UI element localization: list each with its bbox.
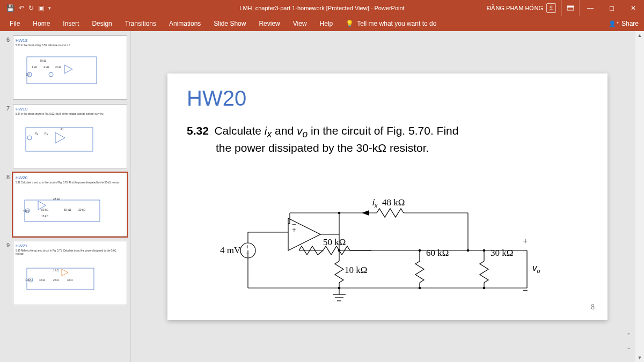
svg-point-11 [49, 72, 53, 77]
tab-view[interactable]: View [287, 16, 313, 31]
problem-number: 5.32 [187, 124, 209, 137]
next-slide-icon[interactable]: ⌄ [625, 344, 632, 351]
svg-text:10 kΩ: 10 kΩ [41, 215, 48, 218]
svg-text:R₂: R₂ [45, 132, 48, 135]
svg-text:−: − [246, 250, 250, 257]
tell-me-search[interactable]: 💡 Tell me what you want to do [339, 16, 443, 31]
svg-rect-2 [567, 6, 574, 8]
svg-point-0 [550, 6, 552, 8]
svg-text:4 kΩ: 4 kΩ [39, 278, 45, 282]
thumbnail-row-7[interactable]: 7 HW19 5.24 In the circuit shown in Fig.… [0, 102, 130, 171]
svg-marker-34 [62, 269, 68, 276]
tab-insert[interactable]: Insert [56, 16, 85, 31]
r50-label: 50 kΩ [323, 237, 346, 247]
vo-plus: + [523, 236, 528, 246]
problem-statement[interactable]: 5.32 Calculate ix and vo in the circuit … [187, 123, 588, 156]
tab-file[interactable]: File [3, 16, 26, 31]
vo-minus: − [523, 285, 528, 295]
svg-point-13 [27, 136, 32, 140]
title-bar: 💾 ↶ ↻ ▣ ▾ LMH_chapter3-part 1-homework [… [0, 0, 644, 16]
svg-text:−: − [292, 220, 296, 228]
start-from-beginning-icon[interactable]: ▣ [38, 4, 44, 12]
user-name: ĐẶNG PHẠM HỒNG [487, 5, 543, 12]
svg-text:48 kΩ: 48 kΩ [53, 197, 60, 201]
thumbnail-number: 6 [1, 35, 10, 100]
close-button[interactable]: ✕ [623, 0, 644, 16]
svg-point-72 [419, 249, 421, 252]
thumbnail-slide-8[interactable]: HW20 5.32 Calculate ix and vo in the cir… [13, 173, 127, 237]
tab-design[interactable]: Design [85, 16, 118, 31]
svg-point-71 [338, 249, 341, 252]
vertical-scrollbar[interactable]: ▲ ▼ [635, 31, 644, 362]
svg-point-76 [338, 286, 341, 289]
user-account[interactable]: ĐẶNG PHẠM HỒNG [482, 3, 561, 13]
thumb-circuit-icon: 8 kΩ 4 kΩ 4 kΩ 2 kΩ 9 V [24, 54, 99, 86]
document-title: LMH_chapter3-part 1-homework [Protected … [239, 5, 404, 11]
svg-point-78 [483, 286, 486, 289]
thumbnail-row-9[interactable]: 9 HW21 5.33 Refer to the op amp circuit … [0, 239, 130, 307]
scroll-down-icon[interactable]: ▼ [635, 353, 644, 362]
thumbnail-number: 8 [1, 173, 10, 237]
thumb-circuit-icon: 1 mA 1 kΩ 4 kΩ 2 kΩ 3 kΩ [24, 264, 99, 294]
thumbnail-slide-6[interactable]: HW18 5.20 In the circuit of Fig. 5.59, c… [13, 35, 127, 100]
svg-text:3 kΩ: 3 kΩ [67, 278, 73, 282]
share-icon: 👤⁺ [609, 20, 619, 27]
r30-label: 30 kΩ [491, 248, 513, 258]
svg-text:R₁: R₁ [35, 132, 38, 135]
thumbnail-row-6[interactable]: 6 HW18 5.20 In the circuit of Fig. 5.59,… [0, 33, 130, 102]
r60-label: 60 kΩ [426, 248, 449, 258]
save-icon[interactable]: 💾 [6, 4, 14, 12]
tab-slide-show[interactable]: Slide Show [207, 16, 252, 31]
svg-text:1 mA: 1 mA [25, 278, 32, 282]
ribbon-display-options[interactable] [561, 0, 580, 16]
svg-text:1 kΩ: 1 kΩ [53, 269, 59, 272]
ix-label: ix [372, 197, 378, 209]
svg-point-75 [338, 211, 341, 214]
svg-point-73 [467, 249, 470, 252]
tab-transitions[interactable]: Transitions [119, 16, 163, 31]
quick-access-toolbar: 💾 ↶ ↻ ▣ ▾ [0, 4, 51, 12]
svg-marker-10 [64, 65, 72, 73]
current-slide[interactable]: HW20 5.32 Calculate ix and vo in the cir… [167, 73, 608, 320]
undo-icon[interactable]: ↶ [19, 4, 24, 12]
scroll-up-icon[interactable]: ▲ [635, 31, 644, 40]
svg-text:30 kΩ: 30 kΩ [78, 208, 85, 211]
svg-rect-12 [26, 128, 93, 151]
svg-rect-18 [25, 200, 100, 221]
circuit-diagram: + − + − 4 mV ix 48 kΩ 50 kΩ 10 kΩ 60 kΩ … [216, 181, 559, 309]
thumbnail-panel: 6 HW18 5.20 In the circuit of Fig. 5.59,… [0, 31, 131, 362]
svg-point-77 [419, 286, 421, 289]
prev-slide-icon[interactable]: ⌃ [625, 332, 632, 339]
thumbnail-slide-7[interactable]: HW19 5.24 In the circuit shown in Fig. 5… [13, 104, 127, 168]
thumbnail-number: 9 [1, 241, 10, 305]
svg-text:4 mV: 4 mV [23, 209, 30, 212]
tab-animations[interactable]: Animations [163, 16, 207, 31]
share-button[interactable]: 👤⁺ Share [609, 20, 639, 27]
redo-icon[interactable]: ↻ [28, 4, 34, 12]
slide-editing-area[interactable]: HW20 5.32 Calculate ix and vo in the cir… [131, 31, 644, 362]
qat-more-icon[interactable]: ▾ [48, 5, 51, 11]
source-label: 4 mV [220, 245, 241, 255]
ribbon-tabs: File Home Insert Design Transitions Anim… [0, 16, 644, 31]
maximize-button[interactable]: ◻ [601, 0, 623, 16]
slide-title[interactable]: HW20 [187, 86, 588, 110]
svg-text:2 kΩ: 2 kΩ [53, 278, 59, 282]
thumbnail-slide-9[interactable]: HW21 5.33 Refer to the op amp circuit in… [13, 241, 127, 305]
thumb-circuit-icon: 4 mV 48 kΩ 50 kΩ 60 kΩ 30 kΩ 10 kΩ [22, 195, 103, 227]
svg-text:8 kΩ: 8 kΩ [40, 59, 46, 62]
thumbnail-scroll[interactable]: 6 HW18 5.20 In the circuit of Fig. 5.59,… [0, 31, 130, 362]
thumbnail-row-8[interactable]: 8 HW20 5.32 Calculate ix and vo in the c… [0, 171, 130, 239]
user-avatar-icon [546, 3, 556, 13]
tab-home[interactable]: Home [26, 16, 56, 31]
tab-review[interactable]: Review [252, 16, 286, 31]
scroll-track[interactable] [635, 40, 644, 353]
svg-marker-70 [362, 210, 369, 216]
r48-label: 48 kΩ [382, 197, 405, 208]
svg-text:4 kΩ: 4 kΩ [43, 65, 49, 69]
svg-point-74 [483, 249, 486, 252]
minimize-button[interactable]: — [580, 0, 601, 16]
thumb-circuit-icon: R₁ R₂ Rf [23, 125, 98, 155]
lightbulb-icon: 💡 [346, 20, 354, 27]
tab-help[interactable]: Help [313, 16, 340, 31]
svg-text:50 kΩ: 50 kΩ [41, 208, 48, 211]
